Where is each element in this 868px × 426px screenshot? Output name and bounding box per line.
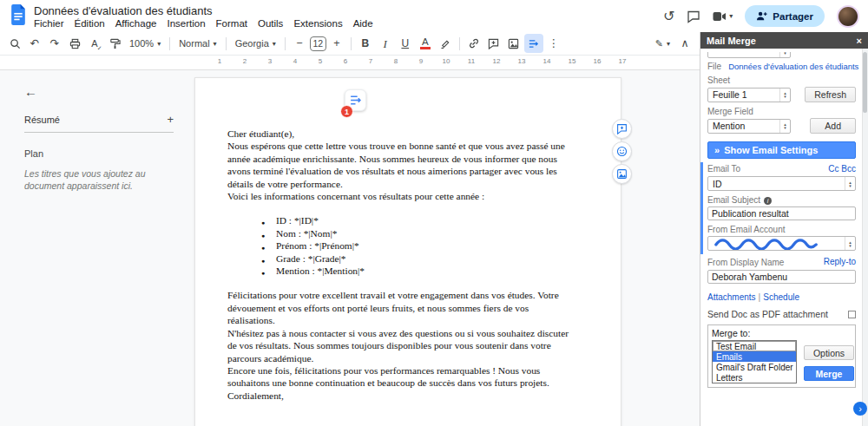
mail-merge-addon-icon[interactable]	[524, 34, 543, 53]
ruler-number: 8	[387, 57, 404, 65]
add-comment-float-button[interactable]	[612, 119, 632, 139]
scrollbar-thumb[interactable]	[863, 52, 867, 113]
menu-fichier[interactable]: Fichier	[30, 17, 69, 29]
cc-bcc-link[interactable]: Cc Bcc	[828, 164, 856, 174]
toolbar-separator	[285, 37, 286, 50]
zoom-value: 100%	[129, 38, 154, 49]
doc-closing: Cordialement,	[227, 390, 573, 402]
doc-paragraph: Encore une fois, félicitations pour vos …	[227, 364, 573, 390]
option-letters[interactable]: Letters	[713, 372, 796, 383]
option-test-email[interactable]: Test Email	[713, 341, 796, 351]
version-history-icon[interactable]: ↺	[663, 10, 674, 23]
decrease-font-icon[interactable]: −	[290, 34, 309, 53]
menu-affichage[interactable]: Affichage	[111, 17, 161, 29]
paint-format-icon[interactable]	[105, 34, 124, 53]
attachments-link[interactable]: Attachments	[707, 292, 756, 302]
doc-paragraph: N'hésitez pas à nous contacter si vous a…	[227, 327, 573, 364]
toolbar-separator	[226, 37, 227, 50]
merge-button[interactable]: Merge	[804, 366, 854, 381]
add-reaction-float-button[interactable]	[612, 141, 632, 161]
font-size-field[interactable]: 12	[310, 36, 326, 51]
email-to-select[interactable]: ID ▴▾	[707, 176, 856, 191]
info-icon[interactable]: i	[764, 197, 772, 205]
menu-aide[interactable]: Aide	[349, 17, 378, 29]
mail-merge-float-icon[interactable]: 1	[345, 89, 366, 111]
list-item: Mention : *|Mention|*	[276, 265, 573, 277]
doc-salutation: Cher étudiant(e),	[227, 128, 573, 140]
menu-insertion[interactable]: Insertion	[162, 17, 209, 29]
options-button[interactable]: Options	[804, 345, 854, 360]
notification-badge: 1	[340, 105, 353, 118]
zoom-select[interactable]: 100% ▾	[125, 34, 165, 53]
add-field-button[interactable]: Add	[810, 118, 856, 134]
editor-column: ↶ ↷ A✓ 100% ▾ Normal ▾	[0, 32, 700, 426]
document-title[interactable]: Données d'évaluation des étudiants	[34, 4, 663, 17]
menu-edition[interactable]: Édition	[70, 17, 109, 29]
editing-mode-button[interactable]: ✎ ▾	[651, 34, 674, 53]
underline-button[interactable]: U	[396, 34, 415, 53]
ruler-number: 7	[362, 57, 379, 65]
linked-file-name[interactable]: Données d'évaluation des étudiants	[728, 62, 858, 71]
style-caret-icon: ▾	[214, 40, 217, 48]
email-subject-input[interactable]	[707, 206, 856, 220]
menu-format[interactable]: Format	[212, 17, 252, 29]
more-options-icon[interactable]: ⋮	[544, 34, 563, 53]
account-avatar[interactable]	[837, 5, 859, 28]
option-gmail-draft[interactable]: Gmail's Draft Folder	[713, 362, 796, 372]
docs-logo-icon[interactable]	[10, 4, 26, 29]
schedule-link[interactable]: Schedule	[763, 292, 799, 302]
merge-field-select[interactable]: Mention ▴▾	[707, 119, 791, 134]
reply-to-link[interactable]: Reply-to	[824, 257, 856, 266]
meet-caret-icon[interactable]: ▾	[729, 12, 733, 20]
search-menus-icon[interactable]	[5, 34, 24, 53]
doc-paragraph: Félicitations pour votre excellent trava…	[227, 289, 573, 326]
show-email-settings-button[interactable]: » Show Email Settings	[707, 141, 856, 159]
ruler-number: 16	[589, 57, 606, 65]
increase-font-icon[interactable]: +	[327, 34, 346, 53]
hide-menus-icon[interactable]: ∧	[675, 34, 694, 53]
italic-button[interactable]: I	[376, 34, 395, 53]
insert-image-icon[interactable]	[504, 34, 523, 53]
ruler-number: 15	[563, 57, 581, 65]
print-icon[interactable]	[65, 34, 84, 53]
comments-icon[interactable]	[687, 10, 700, 23]
font-select[interactable]: Georgia ▾	[231, 34, 280, 53]
meet-button[interactable]: ▾	[713, 11, 733, 22]
from-display-label: From Display Name	[707, 258, 784, 267]
mode-caret-icon: ▾	[667, 40, 670, 48]
menu-extensions[interactable]: Extensions	[289, 17, 346, 29]
close-outline-icon[interactable]: ←	[24, 84, 37, 99]
add-comment-icon[interactable]	[484, 34, 503, 53]
mail-merge-body: ▴▾ File Données d'évaluation des étudian…	[700, 49, 868, 426]
add-summary-icon[interactable]: +	[167, 113, 174, 126]
summary-field[interactable]: Résumé +	[24, 113, 174, 133]
stepper-icon: ▴▾	[779, 88, 790, 102]
text-color-button[interactable]: A	[416, 34, 435, 53]
share-button[interactable]: Partager	[745, 5, 825, 27]
toolbar-separator	[351, 37, 352, 50]
refresh-button[interactable]: Refresh	[805, 87, 856, 102]
highlight-color-icon[interactable]	[436, 34, 455, 53]
from-email-select[interactable]: ▴▾	[707, 236, 856, 251]
spellcheck-icon[interactable]: A✓	[85, 34, 104, 53]
email-subject-label: Email Subjecti	[707, 195, 856, 205]
clipped-select[interactable]: ▴▾	[707, 52, 791, 59]
menu-outils[interactable]: Outils	[253, 17, 287, 29]
sidebar-scrollbar[interactable]	[862, 49, 868, 426]
option-emails[interactable]: Emails	[713, 351, 796, 362]
pipe-separator: |	[759, 292, 761, 302]
stepper-icon: ▴▾	[779, 120, 790, 133]
suggest-image-float-button[interactable]	[612, 164, 632, 184]
close-sidebar-icon[interactable]: ×	[857, 36, 862, 46]
send-pdf-checkbox[interactable]	[848, 311, 856, 318]
bold-button[interactable]: B	[356, 34, 375, 53]
undo-icon[interactable]: ↶	[25, 34, 44, 53]
paragraph-style-select[interactable]: Normal ▾	[174, 34, 220, 53]
insert-link-icon[interactable]	[464, 34, 483, 53]
document-page[interactable]: Cher étudiant(e), Nous espérons que cett…	[194, 77, 621, 426]
from-display-input[interactable]	[707, 270, 856, 284]
list-item: Prénom : *|Prénom|*	[276, 239, 573, 252]
scroll-right-button[interactable]: ›	[853, 402, 867, 416]
sheet-select[interactable]: Feuille 1 ▴▾	[707, 88, 791, 102]
redo-icon[interactable]: ↷	[45, 34, 64, 53]
